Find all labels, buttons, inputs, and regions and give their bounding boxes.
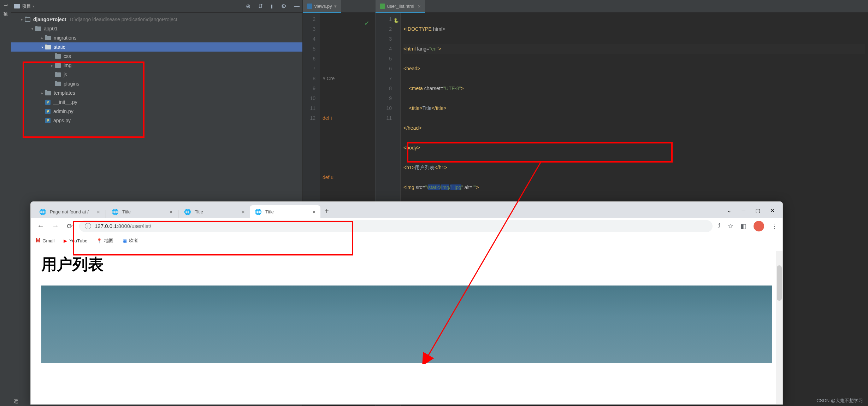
folder-icon <box>55 82 61 86</box>
hide-icon[interactable]: — <box>294 3 300 10</box>
close-icon[interactable]: ✕ <box>770 207 775 214</box>
project-icon <box>14 4 20 8</box>
close-icon[interactable]: × <box>312 209 315 215</box>
python-icon <box>45 109 51 114</box>
check-icon: ✓ <box>364 18 370 28</box>
tree-migrations[interactable]: ▸ migrations <box>11 33 302 42</box>
scrollbar-thumb[interactable] <box>777 265 782 301</box>
folder-icon <box>25 17 30 22</box>
chevron-right-icon[interactable]: ▸ <box>39 91 45 95</box>
python-hint-icon: 🐍 <box>394 16 399 25</box>
reload-button[interactable]: ⟳ <box>65 220 74 232</box>
folder-icon <box>55 63 61 68</box>
page-content: 用户列表 <box>31 247 783 370</box>
close-icon[interactable]: × <box>242 209 245 215</box>
share-icon[interactable]: ⤴ <box>718 222 721 230</box>
browser-tab[interactable]: 🌐 Title × <box>179 205 250 218</box>
chevron-down-icon[interactable]: ▾ <box>33 4 34 8</box>
info-icon[interactable]: i <box>85 223 91 229</box>
globe-icon: 🌐 <box>255 208 262 215</box>
tree-app01[interactable]: ▾ app01 <box>11 24 302 33</box>
collapse-icon[interactable]: ⇵ <box>258 3 263 10</box>
minimize-icon[interactable]: ─ <box>742 208 745 214</box>
chevron-down-icon[interactable]: ▾ <box>29 27 35 31</box>
tree-js[interactable]: ▸ js <box>11 70 302 79</box>
project-dropdown-label[interactable]: 项目 <box>22 3 31 10</box>
folder-icon <box>45 36 51 40</box>
chevron-down-icon[interactable]: ▾ <box>334 4 337 9</box>
chevron-right-icon[interactable]: ▸ <box>39 36 45 40</box>
chevron-down-icon[interactable]: ⌄ <box>727 207 732 214</box>
star-icon[interactable]: ☆ <box>728 222 733 230</box>
back-button[interactable]: ← <box>36 220 46 231</box>
tree-root[interactable]: ▾ djangoProject D:\django idea\disease p… <box>11 15 302 24</box>
proj-tool-icon[interactable]: ▭ <box>4 2 8 7</box>
sidebar-header: 项目 ▾ ⊕ ⇵ ⫿ ⚙ — <box>11 0 302 13</box>
globe-icon: 🌐 <box>184 208 191 215</box>
folder-icon <box>55 54 61 59</box>
folder-icon <box>35 27 41 31</box>
python-icon <box>45 118 51 123</box>
page-heading: 用户列表 <box>41 254 772 275</box>
sidepanel-icon[interactable]: ◧ <box>740 222 746 230</box>
watermark: CSDN @大炮不想学习 <box>816 398 863 404</box>
chevron-down-icon[interactable]: ▾ <box>18 18 25 22</box>
maximize-icon[interactable]: ▢ <box>755 207 760 214</box>
globe-icon: 🌐 <box>39 208 46 215</box>
browser-tab[interactable]: 🌐 Title × <box>107 205 177 218</box>
bookmark-soft[interactable]: ▦软者 <box>123 237 138 244</box>
folder-icon <box>45 91 51 95</box>
folder-icon <box>45 45 51 49</box>
html-icon <box>380 4 385 9</box>
tree-admin[interactable]: ▸ admin.py <box>11 107 302 116</box>
ide-left-gutter: ▭ 项目 <box>0 0 11 406</box>
close-icon[interactable]: × <box>169 209 172 215</box>
bookmark-gmail[interactable]: MGmail <box>36 237 54 244</box>
tree-apps[interactable]: ▸ apps.py <box>11 116 302 125</box>
tree-init[interactable]: ▸ __init__.py <box>11 98 302 107</box>
tree-img[interactable]: ▸ img <box>11 61 302 70</box>
python-icon <box>307 4 312 9</box>
new-tab-button[interactable]: + <box>320 204 333 218</box>
tree-css[interactable]: ▸ css <box>11 52 302 61</box>
tab-views[interactable]: views.py ▾ <box>303 0 341 13</box>
url-input[interactable]: i 127.0.0.1:8000/user/list/ <box>79 220 713 232</box>
tree-templates[interactable]: ▸ templates <box>11 88 302 98</box>
close-icon[interactable]: × <box>418 4 421 9</box>
browser-titlebar: 🌐 Page not found at / × 🌐 Title × 🌐 Titl… <box>31 202 783 218</box>
address-bar: ← → ⟳ i 127.0.0.1:8000/user/list/ ⤴ ☆ ◧ … <box>31 218 783 234</box>
page-image <box>41 286 772 363</box>
close-icon[interactable]: × <box>97 209 100 215</box>
folder-icon <box>55 72 61 77</box>
python-icon <box>45 100 51 105</box>
forward-button[interactable]: → <box>51 220 60 231</box>
chevron-down-icon[interactable]: ▾ <box>39 45 45 49</box>
tree-static[interactable]: ▾ static <box>11 42 302 52</box>
browser-tab[interactable]: 🌐 Page not found at / × <box>34 205 105 218</box>
tab-userlist[interactable]: user_list.html × <box>376 0 425 13</box>
split-icon[interactable]: ⫿ <box>271 3 273 10</box>
bookmark-youtube[interactable]: ▶YouTube <box>64 238 87 243</box>
run-toolwindow-label[interactable]: 运 <box>13 398 18 405</box>
avatar[interactable] <box>754 221 764 231</box>
chevron-right-icon[interactable]: ▸ <box>49 64 55 67</box>
browser-tab-active[interactable]: 🌐 Title × <box>250 205 320 218</box>
browser-window: 🌐 Page not found at / × 🌐 Title × 🌐 Titl… <box>30 201 783 405</box>
menu-icon[interactable]: ⋮ <box>771 222 778 230</box>
bookmarks-bar: MGmail ▶YouTube 📍地图 ▦软者 <box>31 234 783 247</box>
tree-plugins[interactable]: ▸ plugins <box>11 79 302 88</box>
globe-icon: 🌐 <box>112 208 119 215</box>
gear-icon[interactable]: ⚙ <box>281 3 286 10</box>
locate-icon[interactable]: ⊕ <box>246 3 250 10</box>
bookmark-map[interactable]: 📍地图 <box>96 237 113 244</box>
